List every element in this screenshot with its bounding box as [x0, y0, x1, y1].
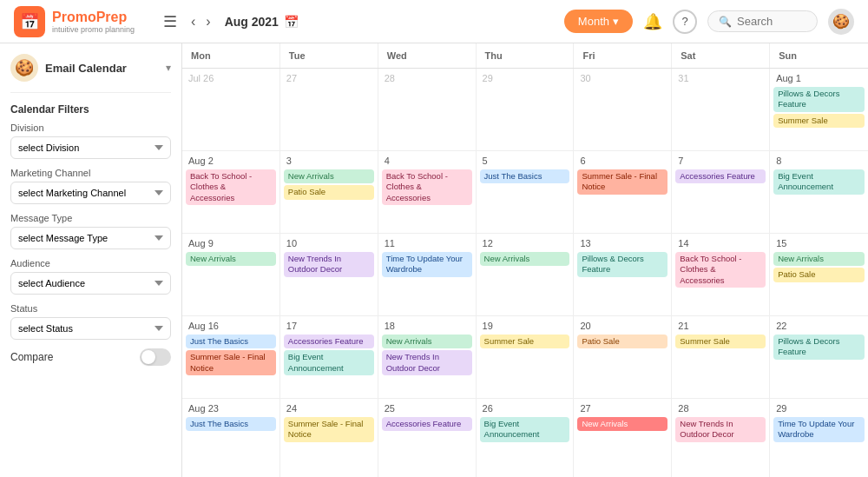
event-pill[interactable]: New Arrivals: [577, 417, 667, 431]
cal-cell: 6Summer Sale - Final Notice: [574, 151, 672, 234]
sidebar-avatar: 🍪: [10, 54, 38, 82]
sidebar-header[interactable]: 🍪 Email Calendar ▾: [10, 54, 171, 93]
date-number: 26: [480, 402, 570, 414]
status-section: Status select Status: [10, 303, 171, 340]
search-box[interactable]: 🔍: [707, 10, 818, 32]
compare-row: Compare: [10, 348, 171, 366]
event-pill[interactable]: Summer Sale: [480, 335, 570, 348]
date-number: 12: [480, 237, 570, 249]
event-pill[interactable]: Back To School - Clothes & Accessories: [382, 169, 472, 205]
date-number: 6: [577, 155, 667, 167]
avatar[interactable]: 🍪: [828, 9, 854, 35]
compare-label: Compare: [10, 351, 53, 363]
event-pill[interactable]: New Arrivals: [382, 335, 472, 348]
date-number: 13: [577, 237, 667, 249]
main: 🍪 Email Calendar ▾ Calendar Filters Divi…: [0, 43, 868, 477]
calendar-grid: Jul 262728293031Aug 1Pillows & Decors Fe…: [182, 69, 868, 477]
event-pill[interactable]: New Trends In Outdoor Decor: [284, 252, 374, 277]
event-pill[interactable]: Time To Update Your Wardrobe: [773, 417, 865, 442]
date-number: 21: [675, 320, 766, 332]
cal-cell: 12New Arrivals: [477, 234, 575, 316]
app-container: 📅 PromoPrep intuitive promo planning ☰ ‹…: [0, 0, 868, 477]
month-view-button[interactable]: Month ▾: [564, 10, 633, 33]
search-input[interactable]: [737, 15, 806, 28]
nav-back-button[interactable]: ‹: [187, 12, 199, 31]
chevron-down-icon: ▾: [166, 62, 171, 74]
day-header-fri: Fri: [574, 43, 672, 68]
date-number: 29: [773, 402, 865, 414]
cal-cell: 27New Arrivals: [574, 399, 672, 477]
cal-cell: 18New ArrivalsNew Trends In Outdoor Deco…: [378, 316, 477, 399]
event-pill[interactable]: Pillows & Decors Feature: [773, 335, 865, 360]
date-number: 10: [284, 237, 374, 249]
event-pill[interactable]: Big Event Announcement: [773, 169, 865, 195]
cal-cell: 24Summer Sale - Final Notice: [280, 399, 378, 477]
event-pill[interactable]: New Arrivals: [480, 252, 570, 266]
cal-cell: Aug 1Pillows & Decors FeatureSummer Sale: [770, 69, 868, 151]
event-pill[interactable]: Just The Basics: [186, 417, 276, 431]
event-pill[interactable]: Big Event Announcement: [284, 350, 374, 375]
marketing-channel-section: Marketing Channel select Marketing Chann…: [10, 168, 171, 204]
marketing-channel-select[interactable]: select Marketing Channel: [10, 182, 171, 204]
cal-cell: 7Accessories Feature: [672, 151, 770, 234]
cal-cell: 29: [477, 69, 575, 151]
event-pill[interactable]: Patio Sale: [284, 185, 374, 199]
event-pill[interactable]: Pillows & Decors Feature: [577, 252, 667, 277]
cal-cell: 8Big Event Announcement: [770, 151, 868, 234]
logo-name: PromoPrep: [52, 10, 135, 25]
status-select[interactable]: select Status: [10, 317, 171, 340]
event-pill[interactable]: Patio Sale: [577, 335, 667, 348]
event-pill[interactable]: Pillows & Decors Feature: [773, 87, 865, 112]
event-pill[interactable]: Big Event Announcement: [480, 417, 570, 442]
event-pill[interactable]: Accessories Feature: [382, 417, 472, 431]
event-pill[interactable]: New Trends In Outdoor Decor: [675, 417, 766, 442]
date-number: Aug 2: [186, 155, 276, 167]
event-pill[interactable]: Back To School - Clothes & Accessories: [675, 252, 766, 288]
date-number: Aug 9: [186, 237, 276, 249]
event-pill[interactable]: New Arrivals: [284, 169, 374, 183]
date-number: 19: [480, 320, 570, 332]
division-select[interactable]: select Division: [10, 136, 171, 159]
event-pill[interactable]: Accessories Feature: [284, 335, 374, 348]
logo-area: 📅 PromoPrep intuitive promo planning: [14, 6, 153, 37]
event-pill[interactable]: Just The Basics: [480, 169, 570, 183]
audience-label: Audience: [10, 258, 171, 268]
audience-select[interactable]: select Audience: [10, 272, 171, 295]
date-number: 7: [675, 155, 766, 167]
date-number: Aug 1: [773, 72, 865, 84]
date-number: Aug 16: [186, 320, 276, 332]
event-pill[interactable]: Summer Sale - Final Notice: [186, 350, 276, 375]
event-pill[interactable]: Summer Sale: [675, 335, 766, 348]
cal-cell: 25Accessories Feature: [378, 399, 477, 477]
nav-forward-button[interactable]: ›: [202, 12, 214, 31]
event-pill[interactable]: Summer Sale: [773, 114, 865, 128]
bell-button[interactable]: 🔔: [643, 12, 662, 31]
menu-icon[interactable]: ☰: [163, 12, 177, 31]
event-pill[interactable]: New Trends In Outdoor Decor: [382, 350, 472, 375]
header-nav: ‹ ›: [187, 12, 214, 31]
date-number: 24: [284, 402, 374, 414]
event-pill[interactable]: Back To School - Clothes & Accessories: [186, 169, 276, 205]
event-pill[interactable]: New Arrivals: [773, 252, 865, 266]
message-type-select[interactable]: select Message Type: [10, 227, 171, 249]
event-pill[interactable]: Just The Basics: [186, 335, 276, 348]
help-button[interactable]: ?: [673, 10, 697, 34]
day-header-sun: Sun: [770, 43, 868, 68]
event-pill[interactable]: Time To Update Your Wardrobe: [382, 252, 472, 277]
date-number: 17: [284, 320, 374, 332]
logo-tagline: intuitive promo planning: [52, 25, 135, 34]
cal-cell: 11Time To Update Your Wardrobe: [378, 234, 477, 316]
compare-toggle[interactable]: [140, 348, 171, 366]
event-pill[interactable]: New Arrivals: [186, 252, 276, 266]
event-pill[interactable]: Summer Sale - Final Notice: [577, 169, 667, 195]
event-pill[interactable]: Summer Sale - Final Notice: [284, 417, 374, 442]
message-type-section: Message Type select Message Type: [10, 213, 171, 249]
cal-cell: 10New Trends In Outdoor Decor: [280, 234, 378, 316]
calendar-day-headers: Mon Tue Wed Thu Fri Sat Sun: [182, 43, 868, 69]
event-pill[interactable]: Accessories Feature: [675, 169, 766, 183]
logo-icon: 📅: [14, 6, 45, 37]
cal-cell: 26Big Event Announcement: [477, 399, 575, 477]
event-pill[interactable]: Patio Sale: [773, 268, 865, 282]
search-icon: 🔍: [719, 16, 732, 28]
header: 📅 PromoPrep intuitive promo planning ☰ ‹…: [0, 0, 868, 43]
